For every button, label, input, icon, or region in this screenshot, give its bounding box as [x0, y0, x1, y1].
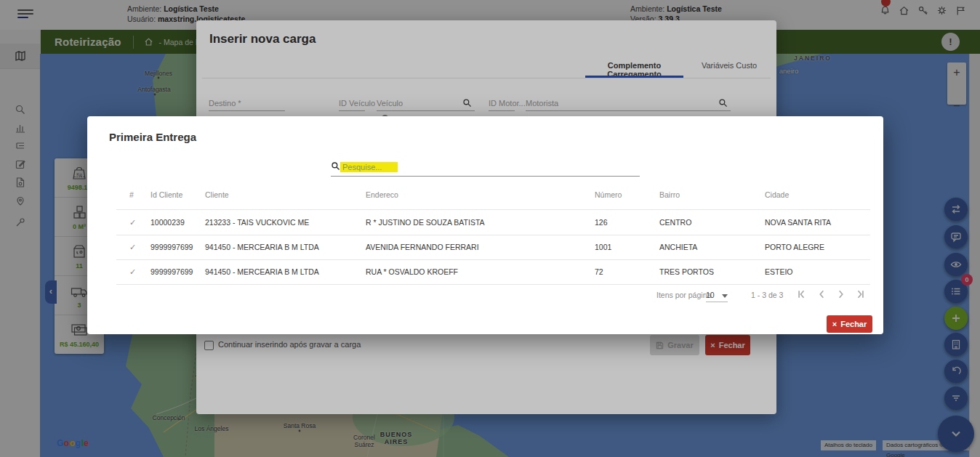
- table-divider: [116, 209, 870, 210]
- cell-endereco[interactable]: AVENIDA FERNANDO FERRARI: [366, 243, 479, 251]
- close-delivery-modal-button[interactable]: × Fechar: [827, 315, 872, 333]
- cell-bairro[interactable]: CENTRO: [659, 218, 691, 227]
- page-range-label: 1 - 3 de 3: [751, 291, 783, 299]
- page-size-select[interactable]: 10: [706, 291, 728, 302]
- cell-cidade[interactable]: NOVA SANTA RITA: [765, 218, 831, 227]
- table-divider: [116, 259, 870, 260]
- first-delivery-modal: Primeira Entrega Pesquise... # Id Client…: [87, 116, 883, 334]
- cell-numero[interactable]: 126: [595, 218, 608, 227]
- app-window: Ambiente: Logística Teste Usuário: maxst…: [0, 0, 980, 457]
- dropdown-caret-icon: [722, 294, 728, 298]
- page-size-value: 10: [706, 291, 715, 299]
- cell-bairro[interactable]: ANCHIETA: [659, 243, 697, 251]
- first-page-button[interactable]: [796, 289, 808, 301]
- cell-cliente[interactable]: 213233 - TAIS VUCKOVIC ME: [205, 218, 309, 227]
- cell-id-cliente[interactable]: 10000239: [150, 218, 185, 227]
- col-header-endereco: Endereco: [366, 190, 398, 199]
- cell-numero[interactable]: 72: [595, 267, 603, 276]
- table-divider: [116, 235, 870, 235]
- delivery-search-input[interactable]: Pesquise...: [340, 162, 398, 172]
- delivery-search-icon: [331, 161, 340, 171]
- previous-page-button[interactable]: [816, 289, 828, 301]
- cell-cliente[interactable]: 941450 - MERCEARIA B M LTDA: [205, 267, 319, 276]
- col-header-bairro: Bairro: [659, 190, 680, 199]
- search-underline: [331, 176, 640, 177]
- cell-cidade[interactable]: ESTEIO: [765, 267, 793, 276]
- row-check-icon[interactable]: ✓: [129, 267, 136, 277]
- close-label: Fechar: [840, 320, 867, 328]
- row-check-icon[interactable]: ✓: [129, 243, 136, 252]
- cell-cidade[interactable]: PORTO ALEGRE: [765, 243, 824, 251]
- col-header-cliente: Cliente: [205, 190, 229, 199]
- close-x-icon: ×: [832, 320, 837, 328]
- next-page-button[interactable]: [836, 289, 848, 301]
- cell-numero[interactable]: 1001: [595, 243, 611, 251]
- cell-bairro[interactable]: TRES PORTOS: [659, 267, 714, 276]
- row-check-icon[interactable]: ✓: [129, 218, 136, 227]
- cell-endereco[interactable]: R * JUSTINO DE SOUZA BATISTA: [366, 218, 485, 227]
- col-header-cidade: Cidade: [765, 190, 789, 199]
- items-per-page-label: Itens por página: [656, 291, 711, 299]
- col-header-id-cliente: Id Cliente: [150, 190, 182, 199]
- col-header-check: #: [129, 190, 134, 199]
- col-header-numero: Número: [595, 190, 622, 199]
- cell-endereco[interactable]: RUA * OSVALDO KROEFF: [366, 267, 458, 276]
- cell-cliente[interactable]: 941450 - MERCEARIA B M LTDA: [205, 243, 319, 251]
- table-divider: [116, 284, 870, 285]
- cell-id-cliente[interactable]: 9999997699: [150, 267, 193, 276]
- last-page-button[interactable]: [856, 289, 867, 301]
- delivery-modal-title: Primeira Entrega: [109, 131, 196, 143]
- cell-id-cliente[interactable]: 9999997699: [150, 243, 193, 251]
